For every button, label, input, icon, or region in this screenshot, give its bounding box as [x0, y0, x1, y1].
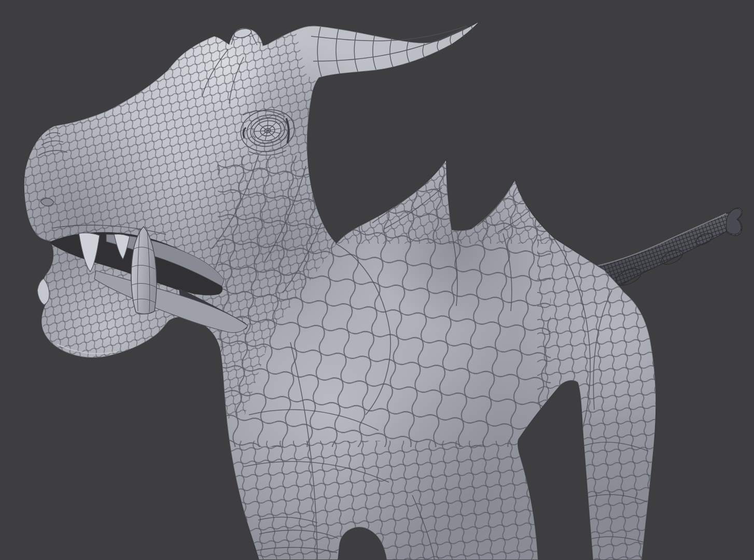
3d-viewport[interactable]: 3D viewport showing a cartoon dragon mod…: [0, 0, 754, 560]
wireframe-render: 3D viewport showing a cartoon dragon mod…: [0, 0, 754, 560]
